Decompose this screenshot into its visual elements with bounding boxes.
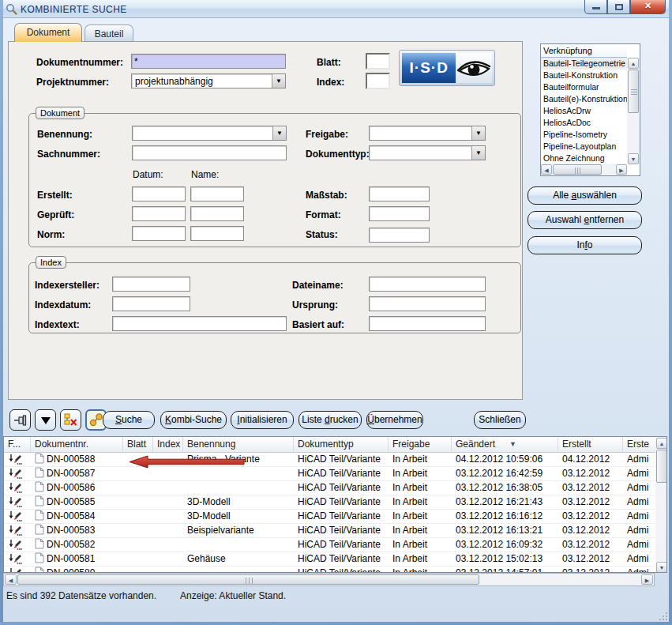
list-item[interactable]: Bauteil-Konstruktion (541, 70, 627, 81)
scroll-down-button[interactable]: ▼ (656, 562, 667, 573)
table-row[interactable]: DN-000584 3D-Modell HiCAD Teil/Variante … (4, 510, 655, 524)
listbox-hscrollbar[interactable]: ◀ ▶ (541, 164, 627, 175)
column-header-geaendert[interactable]: Geändert ▼ (452, 437, 558, 453)
dropdown-menu-button[interactable] (35, 409, 56, 431)
table-hscrollbar[interactable]: ◀ ▶ (3, 573, 655, 586)
table-row[interactable]: DN-000585 3D-Modell HiCAD Teil/Variante … (4, 495, 655, 510)
massstab-input[interactable] (369, 186, 430, 201)
benennung-combobox[interactable]: ▼ (132, 126, 287, 141)
suche-button[interactable]: Suche (103, 411, 155, 429)
erstellt-cell: 03.12.2012 (558, 510, 623, 524)
list-item[interactable]: HeliosAcDrw (541, 105, 627, 117)
norm-datum-input[interactable] (132, 226, 186, 241)
table-vscrollbar[interactable]: ▲ ▼ (655, 437, 667, 573)
erstellt-name-input[interactable] (190, 186, 244, 201)
norm-name-input[interactable] (190, 226, 244, 241)
scroll-right-button[interactable]: ▶ (641, 574, 653, 585)
erstellt-datum-input[interactable] (132, 186, 186, 201)
scrollbar-thumb[interactable] (628, 70, 639, 113)
column-header-blatt[interactable]: Blatt (123, 437, 153, 453)
column-header-erstellt[interactable]: Erstellt (558, 437, 623, 453)
remove-selection-button[interactable]: Auswahl entfernen (527, 211, 642, 229)
sachnummer-input[interactable] (132, 145, 287, 160)
scroll-left-button[interactable]: ◀ (541, 164, 552, 175)
pushpin-icon (13, 413, 28, 427)
column-header-freigabe[interactable]: Freigabe (389, 437, 452, 453)
tab-dokument[interactable]: Dokument (14, 23, 82, 42)
isd-logo: I·S·D (399, 50, 495, 86)
indexdatum-input[interactable] (112, 296, 190, 311)
dateiname-input[interactable] (369, 277, 486, 292)
ursprung-input[interactable] (369, 296, 486, 311)
dokumentnummer-input[interactable] (131, 54, 286, 69)
structure-filter-button[interactable] (60, 409, 81, 431)
list-item[interactable]: Bauteil(e)-Konstruktion (541, 93, 627, 105)
list-item[interactable]: HeliosAcDoc (541, 117, 627, 129)
tab-bauteil[interactable]: Bauteil (84, 24, 133, 41)
table-row[interactable]: DN-000582 HiCAD Teil/Variante In Arbeit … (4, 538, 655, 552)
chevron-down-icon[interactable]: ▼ (272, 126, 286, 140)
blatt-input[interactable] (366, 53, 390, 70)
index-input[interactable] (366, 73, 390, 89)
basiert-auf-input[interactable] (369, 316, 486, 331)
scroll-up-button[interactable]: ▲ (656, 438, 667, 449)
column-header-dokumenttyp[interactable]: Dokumenttyp (294, 437, 389, 453)
scroll-up-button[interactable]: ▲ (628, 58, 639, 69)
format-input[interactable] (369, 206, 430, 221)
table-row[interactable]: DN-000580 HiCAD Teil/Variante In Arbeit … (4, 567, 655, 573)
geprueft-datum-input[interactable] (132, 206, 186, 221)
titlebar[interactable]: KOMBINIERTE SUCHE (0, 0, 672, 18)
column-header-f[interactable]: F... (4, 437, 31, 453)
table-row[interactable]: DN-000583 Beispielvariante HiCAD Teil/Va… (4, 524, 655, 538)
table-row[interactable]: DN-000587 HiCAD Teil/Variante In Arbeit … (4, 467, 655, 481)
list-item[interactable]: Bauteil-Teilegeometrie (541, 58, 627, 70)
minimize-button[interactable] (584, 0, 607, 14)
maximize-button[interactable] (607, 0, 630, 14)
indextext-input[interactable] (112, 316, 287, 331)
column-header-benennung[interactable]: Benennung (183, 437, 294, 453)
scrollbar-thumb[interactable] (656, 450, 667, 483)
table-row[interactable]: DN-000586 HiCAD Teil/Variante In Arbeit … (4, 481, 655, 495)
chevron-down-icon[interactable]: ▼ (471, 146, 485, 160)
info-button[interactable]: Info (527, 236, 642, 254)
resize-grip[interactable] (658, 611, 668, 621)
pin-dialog-button[interactable] (9, 409, 31, 431)
schliessen-button[interactable]: Schließen (474, 411, 526, 429)
indexersteller-input[interactable] (112, 277, 190, 292)
scroll-up-icon: ▲ (657, 439, 666, 449)
list-item[interactable]: Bauteilformular (541, 81, 627, 93)
dokumenttyp-combobox[interactable]: ▼ (369, 145, 486, 160)
chevron-down-icon[interactable]: ▼ (471, 126, 485, 140)
freigabe-combobox[interactable]: ▼ (369, 126, 486, 141)
projektnummer-combobox[interactable]: projektunabhängig ▼ (131, 73, 286, 88)
initialisieren-button[interactable]: Initialisieren (231, 411, 294, 429)
list-item[interactable]: Ohne Zeichnung (541, 152, 627, 164)
isd-logo-text: I·S·D (402, 53, 456, 83)
verknuepfung-header[interactable]: Verknüpfung (541, 44, 627, 58)
scroll-right-button[interactable]: ▶ (616, 164, 627, 175)
liste-drucken-button[interactable]: Liste drucken (298, 411, 362, 429)
scrollbar-thumb[interactable] (553, 164, 602, 175)
scrollbar-thumb[interactable] (17, 574, 479, 585)
listbox-vscrollbar[interactable]: ▲ ▼ (627, 58, 640, 164)
list-item[interactable]: Pipeline-Isometry (541, 129, 627, 141)
dokumenttyp-cell: HiCAD Teil/Variante (294, 495, 389, 510)
column-header-index[interactable]: Index (153, 437, 183, 453)
uebernehmen-button[interactable]: Übernehmen (366, 411, 423, 429)
select-all-button[interactable]: Alle auswählen (527, 186, 642, 205)
status-input[interactable] (369, 228, 430, 243)
table-row[interactable]: DN-000588 Prisma - Variante HiCAD Teil/V… (4, 453, 655, 467)
verknuepfung-listbox: Verknüpfung Bauteil-Teilegeometrie Baute… (540, 43, 640, 176)
kombi-suche-button[interactable]: Kombi-Suche (160, 411, 227, 429)
column-header-dokumentnr[interactable]: Dokumentnr. (31, 437, 123, 453)
close-button[interactable]: ✕ (630, 0, 666, 14)
chevron-down-icon[interactable]: ▼ (272, 74, 285, 88)
geaendert-cell: 03.12.2012 16:13:21 (452, 524, 558, 538)
ersteller-cell: Admi (623, 567, 655, 573)
list-item[interactable]: Pipeline-Layoutplan (541, 141, 627, 152)
scroll-left-button[interactable]: ◀ (5, 574, 17, 585)
column-header-ersteller[interactable]: Erste (623, 437, 655, 453)
table-row[interactable]: DN-000581 Gehäuse HiCAD Teil/Variante In… (4, 552, 655, 567)
scroll-down-button[interactable]: ▼ (628, 153, 639, 164)
geprueft-name-input[interactable] (190, 206, 244, 221)
